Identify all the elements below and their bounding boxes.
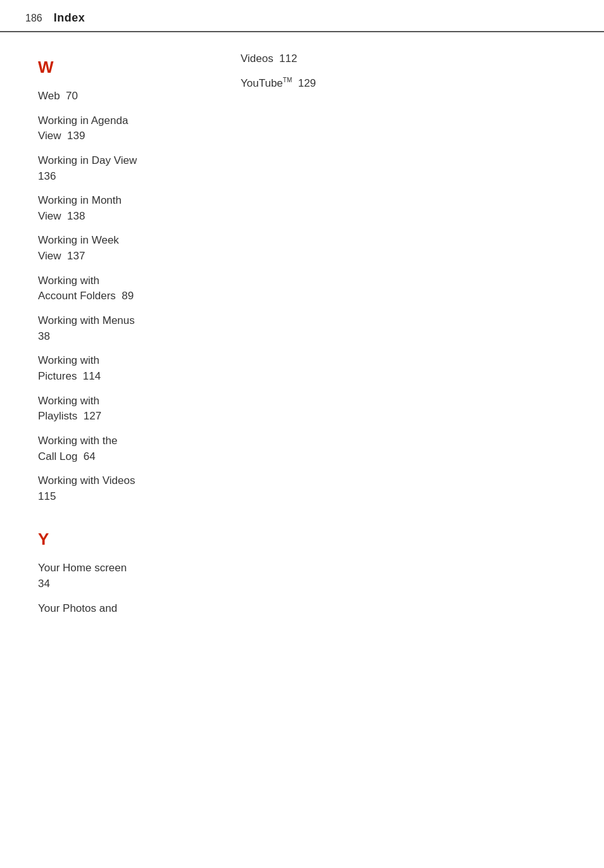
content-area: W Web 70 Working in AgendaView 139 Worki… — [0, 51, 604, 625]
list-item: Working withPlaylists 127 — [38, 394, 241, 425]
list-item: Working in WeekView 137 — [38, 233, 241, 264]
list-item: Working in AgendaView 139 — [38, 113, 241, 144]
list-item: Web 70 — [38, 89, 241, 104]
list-item: Your Photos and — [38, 601, 241, 617]
list-item: Working in Day View136 — [38, 153, 241, 184]
list-item: Working in MonthView 138 — [38, 193, 241, 224]
list-item: Videos 112 — [241, 51, 566, 67]
page-title: Index — [54, 11, 85, 25]
page-number: 186 — [25, 13, 42, 24]
section-letter-y: Y — [38, 530, 241, 549]
list-item: Working with theCall Log 64 — [38, 433, 241, 464]
section-letter-w: W — [38, 58, 241, 77]
left-column: W Web 70 Working in AgendaView 139 Worki… — [38, 51, 241, 625]
y-section: Y Your Home screen34 Your Photos and — [38, 530, 241, 616]
list-item: Working with Menus38 — [38, 313, 241, 344]
list-item: Working with Videos115 — [38, 473, 241, 504]
page: 186 Index W Web 70 Working in AgendaView… — [0, 0, 604, 868]
page-header: 186 Index — [0, 0, 604, 32]
trademark-symbol: TM — [283, 77, 292, 84]
list-item: Working withAccount Folders 89 — [38, 273, 241, 304]
list-item: Working withPictures 114 — [38, 353, 241, 384]
list-item: Your Home screen34 — [38, 561, 241, 592]
list-item: YouTubeTM 129 — [241, 76, 566, 92]
right-column: Videos 112 YouTubeTM 129 — [241, 51, 566, 625]
